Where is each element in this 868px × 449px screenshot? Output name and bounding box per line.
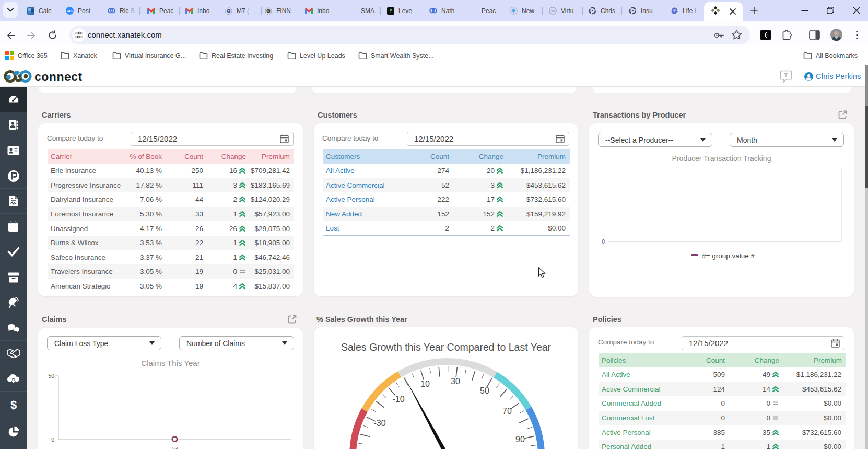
svg-text:zm: zm	[67, 9, 73, 13]
svg-text:#= group.value #: #= group.value #	[702, 252, 755, 260]
svg-text:vio: vio	[551, 9, 555, 13]
svg-text:-10: -10	[392, 395, 404, 404]
svg-text:50: 50	[480, 386, 489, 395]
svg-text:0: 0	[51, 436, 54, 443]
svg-text:90: 90	[515, 435, 525, 444]
svg-text:NL: NL	[267, 10, 270, 13]
svg-text:$: $	[10, 398, 16, 411]
svg-text:10: 10	[420, 379, 430, 388]
svg-text:30: 30	[451, 377, 460, 386]
svg-text:Jul: Jul	[171, 446, 178, 449]
svg-text:-30: -30	[373, 419, 385, 428]
svg-text:50: 50	[48, 373, 54, 379]
svg-text:70: 70	[502, 407, 512, 416]
svg-text:0: 0	[602, 238, 605, 245]
